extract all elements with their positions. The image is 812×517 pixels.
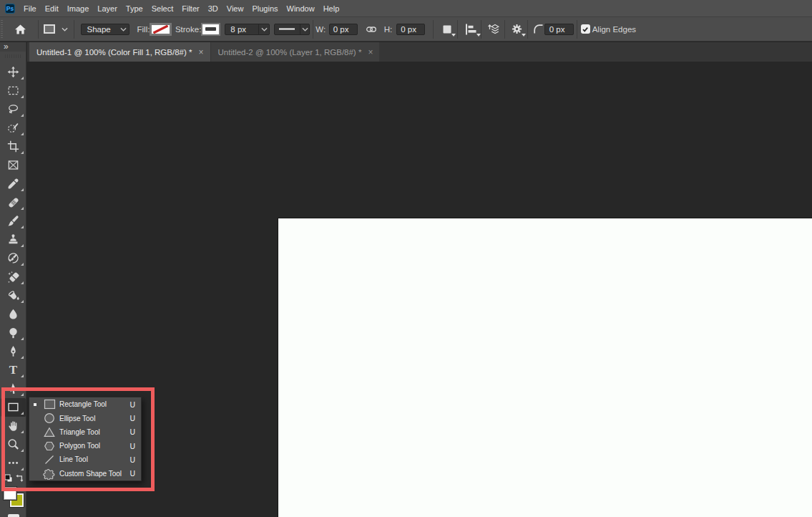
tool-button-rectangle[interactable] [1,398,26,417]
tool-button-pen[interactable] [1,342,26,361]
shape-width-value: 0 px [333,25,349,34]
tab-title: Untitled-2 @ 100% (Layer 1, RGB/8#) * [218,48,362,57]
tab-close-icon[interactable]: × [368,47,373,57]
path-operations-button[interactable] [440,21,454,38]
path-operations-icon [443,25,451,34]
corner-radius-input[interactable]: 0 px [544,24,574,35]
tool-preset-picker[interactable] [44,24,68,34]
flyout-item-shortcut: U [129,442,135,450]
rectangular-marquee-icon [7,84,19,97]
tool-button-rectangular-marquee[interactable] [1,82,26,100]
tool-button-dodge[interactable] [1,324,26,342]
flyout-item-polygon-tool[interactable]: Polygon Tool U [29,439,141,453]
stroke-color-swatch[interactable] [201,23,220,36]
shape-height-input[interactable]: 0 px [396,24,425,35]
shape-settings-button[interactable] [509,21,524,38]
flyout-item-line-tool[interactable]: Line Tool U [29,453,141,466]
flyout-item-triangle-tool[interactable]: Triangle Tool U [29,425,141,439]
tool-button-paint-bucket[interactable] [1,286,26,305]
tab-close-icon[interactable]: × [198,47,203,57]
tab-untitled-2[interactable]: Untitled-2 @ 100% (Layer 1, RGB/8#) * × [211,42,380,62]
foreground-color-swatch[interactable] [4,487,16,500]
toolbar-collapse-button[interactable]: » [0,42,26,52]
zoom-icon [7,438,19,450]
shape-tools-flyout: Rectangle Tool U Ellipse Tool U Triangle… [29,397,142,481]
menu-type[interactable]: Type [122,0,147,16]
link-dimensions-button[interactable] [366,26,376,33]
tool-button-eraser[interactable] [1,268,26,286]
shape-width-input[interactable]: 0 px [329,24,358,35]
path-arrangement-button[interactable] [486,21,501,38]
tool-mode-select[interactable]: Shape [81,24,129,35]
flyout-item-label: Ellipse Tool [59,415,95,422]
separator [38,20,39,39]
menu-edit[interactable]: Edit [41,0,63,16]
photoshop-logo-icon[interactable]: Ps [5,4,15,14]
home-button[interactable] [9,24,31,35]
tool-button-object-selection[interactable] [1,119,26,137]
blur-icon [7,308,19,320]
menu-3d[interactable]: 3D [204,0,222,16]
tool-button-eyedropper[interactable] [1,175,26,193]
options-bar: Shape Fill: Stroke: 8 px [0,16,812,42]
flyout-item-shortcut: U [129,427,135,436]
stroke-type-select[interactable] [274,24,310,35]
checkmark-icon [582,26,589,33]
toolbar-grip[interactable] [5,54,21,58]
flyout-item-label: Rectangle Tool [59,400,107,408]
menu-select[interactable]: Select [147,0,178,16]
flyout-item-shortcut: U [129,400,135,409]
tool-button-spot-healing-brush[interactable] [1,193,26,212]
tool-button-hand[interactable] [1,417,26,435]
tab-untitled-1[interactable]: Untitled-1 @ 100% (Color Fill 1, RGB/8#)… [29,42,210,62]
gear-icon [512,24,522,34]
foreground-background-colors [0,487,26,511]
photoshop-window: Ps File Edit Image Layer Type Select Fil… [0,0,812,517]
flyout-item-custom-shape-tool[interactable]: Custom Shape Tool U [29,467,141,480]
tool-button-blur[interactable] [1,305,26,324]
flyout-item-ellipse-tool[interactable]: Ellipse Tool U [29,411,141,425]
tool-button-zoom[interactable] [1,435,26,454]
tool-button-path-selection[interactable] [1,380,26,398]
tool-button-edit-toolbar[interactable] [1,454,26,473]
menu-layer[interactable]: Layer [93,0,122,16]
menu-file[interactable]: File [19,0,41,16]
path-alignment-button[interactable] [464,21,478,38]
flyout-item-shortcut: U [129,455,135,464]
tool-button-history-brush[interactable] [1,249,26,268]
fill-color-swatch[interactable] [150,23,172,36]
corner-radius-icon [534,24,543,34]
tool-button-move[interactable] [1,63,26,82]
menu-help[interactable]: Help [319,0,344,16]
flyout-item-rectangle-tool[interactable]: Rectangle Tool U [29,397,141,411]
document-canvas[interactable] [278,218,812,517]
tool-button-brush[interactable] [1,212,26,231]
flyout-item-label: Polygon Tool [59,442,100,450]
menu-bar: Ps File Edit Image Layer Type Select Fil… [0,0,812,16]
ellipse-icon [44,412,55,424]
tool-button-type[interactable]: T [1,361,26,380]
tool-button-clone-stamp[interactable] [1,231,26,249]
pen-icon [7,345,19,357]
triangle-icon [44,427,55,438]
flyout-item-shortcut: U [129,469,135,478]
solid-line-icon [279,28,295,30]
align-edges-checkbox[interactable] [581,24,590,34]
menu-filter[interactable]: Filter [177,0,203,16]
swap-colors-button[interactable] [15,474,24,483]
tool-button-frame[interactable] [1,156,26,175]
chevron-down-icon [302,27,308,32]
chevron-down-icon [120,27,127,32]
tool-button-crop[interactable] [1,137,26,156]
home-icon [14,24,26,35]
menu-view[interactable]: View [222,0,248,16]
menu-image[interactable]: Image [63,0,94,16]
quick-mask-button[interactable] [8,514,19,517]
menu-plugins[interactable]: Plugins [248,0,282,16]
canvas-area[interactable] [27,62,812,517]
tool-button-lasso[interactable] [1,100,26,119]
menu-window[interactable]: Window [283,0,319,16]
default-colors-button[interactable] [4,474,13,483]
dodge-icon [7,327,19,339]
stroke-width-select[interactable]: 8 px [225,24,270,35]
